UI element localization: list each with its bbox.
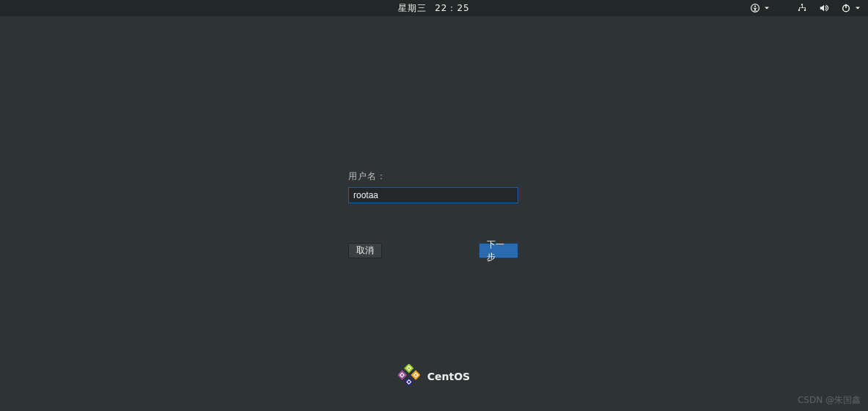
accessibility-icon xyxy=(749,2,761,14)
svg-rect-8 xyxy=(398,370,407,379)
network-icon[interactable] xyxy=(796,2,808,14)
svg-rect-2 xyxy=(801,4,803,5)
svg-rect-7 xyxy=(411,370,419,379)
svg-rect-6 xyxy=(404,364,413,373)
next-button[interactable]: 下一步 xyxy=(479,243,518,258)
svg-rect-4 xyxy=(804,10,806,11)
cancel-button[interactable]: 取消 xyxy=(348,243,382,258)
button-row: 取消 下一步 xyxy=(348,243,518,258)
top-bar-right xyxy=(749,2,861,14)
clock: 星期三 22：25 xyxy=(398,2,469,15)
svg-point-1 xyxy=(754,5,756,7)
volume-icon[interactable] xyxy=(818,2,830,14)
chevron-down-icon xyxy=(855,2,861,14)
top-bar: 星期三 22：25 xyxy=(0,0,868,16)
accessibility-menu[interactable] xyxy=(749,2,770,14)
branding-text: CentOS xyxy=(427,371,470,382)
username-input[interactable] xyxy=(348,187,518,203)
centos-logo-icon xyxy=(398,364,420,388)
login-form: 用户名： xyxy=(348,170,518,203)
clock-day: 星期三 xyxy=(398,3,427,13)
branding: CentOS xyxy=(398,364,470,388)
watermark-text: CSDN @朱国鑫 xyxy=(798,394,861,407)
power-icon xyxy=(840,2,852,14)
username-label: 用户名： xyxy=(348,170,518,183)
chevron-down-icon xyxy=(764,2,770,14)
power-menu[interactable] xyxy=(840,2,861,14)
clock-time: 22：25 xyxy=(435,3,470,13)
svg-rect-9 xyxy=(404,377,413,386)
svg-rect-3 xyxy=(798,10,800,11)
